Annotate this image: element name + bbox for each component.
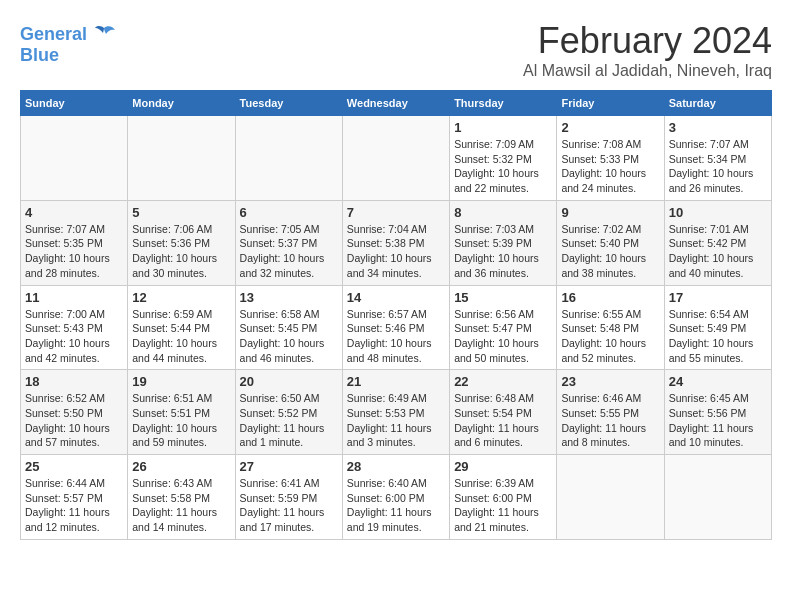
calendar-cell: 27Sunrise: 6:41 AMSunset: 5:59 PMDayligh… xyxy=(235,455,342,540)
day-number: 9 xyxy=(561,205,659,220)
day-number: 5 xyxy=(132,205,230,220)
calendar-cell: 28Sunrise: 6:40 AMSunset: 6:00 PMDayligh… xyxy=(342,455,449,540)
calendar-cell xyxy=(342,116,449,201)
calendar-cell: 14Sunrise: 6:57 AMSunset: 5:46 PMDayligh… xyxy=(342,285,449,370)
calendar-cell: 16Sunrise: 6:55 AMSunset: 5:48 PMDayligh… xyxy=(557,285,664,370)
calendar-cell: 29Sunrise: 6:39 AMSunset: 6:00 PMDayligh… xyxy=(450,455,557,540)
calendar-cell: 17Sunrise: 6:54 AMSunset: 5:49 PMDayligh… xyxy=(664,285,771,370)
calendar-cell: 11Sunrise: 7:00 AMSunset: 5:43 PMDayligh… xyxy=(21,285,128,370)
day-info: Sunrise: 6:41 AMSunset: 5:59 PMDaylight:… xyxy=(240,476,338,535)
calendar-week-row: 18Sunrise: 6:52 AMSunset: 5:50 PMDayligh… xyxy=(21,370,772,455)
calendar-cell: 24Sunrise: 6:45 AMSunset: 5:56 PMDayligh… xyxy=(664,370,771,455)
weekday-header: Monday xyxy=(128,91,235,116)
weekday-header: Saturday xyxy=(664,91,771,116)
day-number: 27 xyxy=(240,459,338,474)
weekday-header: Sunday xyxy=(21,91,128,116)
calendar-week-row: 11Sunrise: 7:00 AMSunset: 5:43 PMDayligh… xyxy=(21,285,772,370)
day-info: Sunrise: 7:07 AMSunset: 5:35 PMDaylight:… xyxy=(25,222,123,281)
day-number: 8 xyxy=(454,205,552,220)
day-number: 25 xyxy=(25,459,123,474)
day-info: Sunrise: 7:04 AMSunset: 5:38 PMDaylight:… xyxy=(347,222,445,281)
calendar-cell: 3Sunrise: 7:07 AMSunset: 5:34 PMDaylight… xyxy=(664,116,771,201)
calendar-cell: 15Sunrise: 6:56 AMSunset: 5:47 PMDayligh… xyxy=(450,285,557,370)
calendar-week-row: 25Sunrise: 6:44 AMSunset: 5:57 PMDayligh… xyxy=(21,455,772,540)
day-info: Sunrise: 7:02 AMSunset: 5:40 PMDaylight:… xyxy=(561,222,659,281)
day-number: 29 xyxy=(454,459,552,474)
calendar-cell: 18Sunrise: 6:52 AMSunset: 5:50 PMDayligh… xyxy=(21,370,128,455)
day-number: 28 xyxy=(347,459,445,474)
calendar-cell xyxy=(664,455,771,540)
calendar-cell xyxy=(21,116,128,201)
day-number: 15 xyxy=(454,290,552,305)
calendar-cell xyxy=(128,116,235,201)
month-year-title: February 2024 xyxy=(523,20,772,62)
day-info: Sunrise: 7:09 AMSunset: 5:32 PMDaylight:… xyxy=(454,137,552,196)
day-number: 13 xyxy=(240,290,338,305)
calendar-table: SundayMondayTuesdayWednesdayThursdayFrid… xyxy=(20,90,772,540)
weekday-header: Friday xyxy=(557,91,664,116)
weekday-header: Tuesday xyxy=(235,91,342,116)
calendar-cell: 26Sunrise: 6:43 AMSunset: 5:58 PMDayligh… xyxy=(128,455,235,540)
day-info: Sunrise: 6:48 AMSunset: 5:54 PMDaylight:… xyxy=(454,391,552,450)
day-info: Sunrise: 6:52 AMSunset: 5:50 PMDaylight:… xyxy=(25,391,123,450)
day-info: Sunrise: 6:45 AMSunset: 5:56 PMDaylight:… xyxy=(669,391,767,450)
day-number: 23 xyxy=(561,374,659,389)
logo-bird-icon xyxy=(89,20,119,50)
calendar-cell: 23Sunrise: 6:46 AMSunset: 5:55 PMDayligh… xyxy=(557,370,664,455)
day-info: Sunrise: 7:00 AMSunset: 5:43 PMDaylight:… xyxy=(25,307,123,366)
calendar-cell: 21Sunrise: 6:49 AMSunset: 5:53 PMDayligh… xyxy=(342,370,449,455)
calendar-cell: 22Sunrise: 6:48 AMSunset: 5:54 PMDayligh… xyxy=(450,370,557,455)
day-info: Sunrise: 6:50 AMSunset: 5:52 PMDaylight:… xyxy=(240,391,338,450)
weekday-header: Thursday xyxy=(450,91,557,116)
day-info: Sunrise: 6:43 AMSunset: 5:58 PMDaylight:… xyxy=(132,476,230,535)
day-info: Sunrise: 7:01 AMSunset: 5:42 PMDaylight:… xyxy=(669,222,767,281)
title-block: February 2024 Al Mawsil al Jadidah, Nine… xyxy=(523,20,772,80)
day-number: 16 xyxy=(561,290,659,305)
day-number: 11 xyxy=(25,290,123,305)
day-info: Sunrise: 6:54 AMSunset: 5:49 PMDaylight:… xyxy=(669,307,767,366)
day-info: Sunrise: 6:56 AMSunset: 5:47 PMDaylight:… xyxy=(454,307,552,366)
location-title: Al Mawsil al Jadidah, Nineveh, Iraq xyxy=(523,62,772,80)
day-number: 22 xyxy=(454,374,552,389)
calendar-cell: 25Sunrise: 6:44 AMSunset: 5:57 PMDayligh… xyxy=(21,455,128,540)
day-number: 24 xyxy=(669,374,767,389)
day-number: 4 xyxy=(25,205,123,220)
day-info: Sunrise: 6:51 AMSunset: 5:51 PMDaylight:… xyxy=(132,391,230,450)
calendar-cell: 2Sunrise: 7:08 AMSunset: 5:33 PMDaylight… xyxy=(557,116,664,201)
day-info: Sunrise: 6:44 AMSunset: 5:57 PMDaylight:… xyxy=(25,476,123,535)
logo-text: General xyxy=(20,25,87,45)
calendar-cell: 7Sunrise: 7:04 AMSunset: 5:38 PMDaylight… xyxy=(342,200,449,285)
day-info: Sunrise: 6:59 AMSunset: 5:44 PMDaylight:… xyxy=(132,307,230,366)
day-info: Sunrise: 6:40 AMSunset: 6:00 PMDaylight:… xyxy=(347,476,445,535)
day-number: 18 xyxy=(25,374,123,389)
calendar-cell: 5Sunrise: 7:06 AMSunset: 5:36 PMDaylight… xyxy=(128,200,235,285)
calendar-week-row: 1Sunrise: 7:09 AMSunset: 5:32 PMDaylight… xyxy=(21,116,772,201)
day-info: Sunrise: 6:46 AMSunset: 5:55 PMDaylight:… xyxy=(561,391,659,450)
day-info: Sunrise: 6:58 AMSunset: 5:45 PMDaylight:… xyxy=(240,307,338,366)
calendar-cell: 6Sunrise: 7:05 AMSunset: 5:37 PMDaylight… xyxy=(235,200,342,285)
calendar-week-row: 4Sunrise: 7:07 AMSunset: 5:35 PMDaylight… xyxy=(21,200,772,285)
day-number: 10 xyxy=(669,205,767,220)
calendar-cell: 8Sunrise: 7:03 AMSunset: 5:39 PMDaylight… xyxy=(450,200,557,285)
day-number: 14 xyxy=(347,290,445,305)
day-number: 2 xyxy=(561,120,659,135)
weekday-header: Wednesday xyxy=(342,91,449,116)
day-info: Sunrise: 6:55 AMSunset: 5:48 PMDaylight:… xyxy=(561,307,659,366)
day-number: 12 xyxy=(132,290,230,305)
day-info: Sunrise: 6:39 AMSunset: 6:00 PMDaylight:… xyxy=(454,476,552,535)
calendar-cell xyxy=(557,455,664,540)
day-info: Sunrise: 7:05 AMSunset: 5:37 PMDaylight:… xyxy=(240,222,338,281)
calendar-header-row: SundayMondayTuesdayWednesdayThursdayFrid… xyxy=(21,91,772,116)
calendar-cell: 20Sunrise: 6:50 AMSunset: 5:52 PMDayligh… xyxy=(235,370,342,455)
page-header: General Blue February 2024 Al Mawsil al … xyxy=(20,20,772,80)
calendar-cell: 1Sunrise: 7:09 AMSunset: 5:32 PMDaylight… xyxy=(450,116,557,201)
day-info: Sunrise: 6:49 AMSunset: 5:53 PMDaylight:… xyxy=(347,391,445,450)
day-number: 20 xyxy=(240,374,338,389)
day-info: Sunrise: 7:08 AMSunset: 5:33 PMDaylight:… xyxy=(561,137,659,196)
day-number: 3 xyxy=(669,120,767,135)
day-number: 26 xyxy=(132,459,230,474)
day-number: 7 xyxy=(347,205,445,220)
calendar-cell: 4Sunrise: 7:07 AMSunset: 5:35 PMDaylight… xyxy=(21,200,128,285)
logo-blue-text: Blue xyxy=(20,46,59,66)
day-info: Sunrise: 7:07 AMSunset: 5:34 PMDaylight:… xyxy=(669,137,767,196)
